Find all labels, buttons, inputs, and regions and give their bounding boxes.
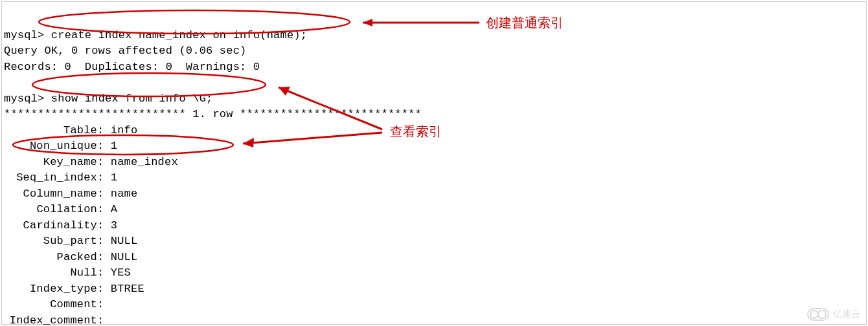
terminal-output: mysql> create index name_index on info(n… (4, 12, 422, 326)
annotation-create-index: 创建普通索引 (486, 14, 564, 32)
field-value: NULL (111, 235, 138, 247)
field-label: Non_unique (4, 138, 97, 155)
field-value: YES (111, 266, 131, 279)
watermark: 亿速云 (807, 308, 860, 321)
field-label: Collation (4, 202, 97, 218)
prompt: mysql> (4, 92, 44, 105)
field-label: Column_name (4, 186, 97, 202)
field-value: 1 (111, 140, 117, 152)
field-label: Index_comment (4, 313, 97, 327)
field-value: A (111, 203, 117, 215)
field-label: Null (4, 265, 97, 281)
watermark-text: 亿速云 (833, 309, 860, 320)
row-separator: *************************** 1. row *****… (4, 108, 422, 120)
field-label: Table (4, 123, 97, 139)
watermark-logo-icon (807, 308, 829, 321)
annotation-show-index: 查看索引 (390, 123, 442, 140)
field-value: name (111, 188, 138, 200)
command-show-index: show index from info \G; (51, 92, 213, 105)
field-label: Sub_part (4, 234, 97, 250)
field-label: Comment (4, 297, 97, 313)
field-label: Key_name (4, 155, 97, 171)
field-value: BTREE (111, 283, 144, 295)
result-line: Records: 0 Duplicates: 0 Warnings: 0 (4, 61, 260, 73)
field-value: 1 (111, 171, 117, 184)
result-line: Query OK, 0 rows affected (0.06 sec) (4, 45, 246, 57)
field-label: Packed (4, 250, 97, 266)
command-create-index: create index name_index on info(name); (51, 29, 307, 41)
field-label: Seq_in_index (4, 170, 97, 186)
field-value: info (111, 124, 138, 136)
field-value: 3 (111, 219, 117, 232)
prompt: mysql> (4, 29, 44, 41)
field-value: NULL (111, 251, 138, 263)
field-label: Cardinality (4, 218, 97, 234)
field-label: Index_type (4, 281, 97, 298)
field-value: name_index (111, 156, 178, 168)
